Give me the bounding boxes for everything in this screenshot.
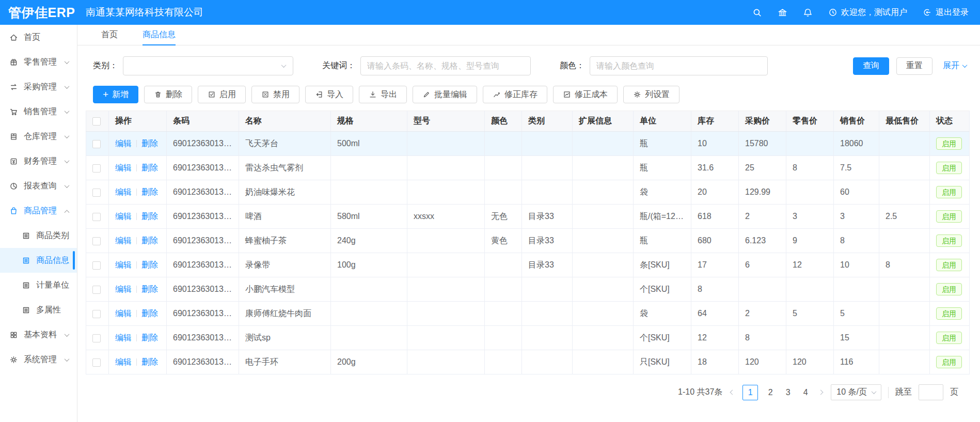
edit-link[interactable]: 编辑 — [115, 163, 132, 172]
cell-barcode: 6901236301331 — [167, 253, 239, 277]
edit-link[interactable]: 编辑 — [115, 285, 132, 293]
row-checkbox[interactable] — [92, 164, 101, 173]
enable-button[interactable]: 启用 — [198, 86, 246, 103]
add-button[interactable]: +新增 — [93, 86, 138, 103]
page-button-3[interactable]: 3 — [783, 388, 793, 397]
delete-link[interactable]: 删除 — [141, 285, 158, 293]
cell-stock: 680 — [691, 229, 739, 253]
row-checkbox[interactable] — [92, 213, 101, 221]
cell-min-price — [879, 326, 930, 350]
edit-link[interactable]: 编辑 — [115, 333, 132, 342]
cell-name: 蜂蜜柚子茶 — [239, 229, 331, 253]
delete-link[interactable]: 删除 — [141, 212, 158, 221]
sidebar-item-sales[interactable]: 销售管理 — [0, 99, 77, 124]
delete-link[interactable]: 删除 — [141, 333, 158, 342]
row-actions-cell: 编辑删除 — [109, 350, 167, 374]
table-row: 编辑删除6901236301340奶油味爆米花袋20129.9960启用 — [86, 180, 970, 205]
edit-link[interactable]: 编辑 — [115, 212, 132, 221]
import-button[interactable]: 导入 — [305, 86, 353, 103]
cell-color — [485, 277, 522, 302]
check-square-icon — [208, 90, 216, 99]
cell-barcode: 6901236301337 — [167, 229, 239, 253]
batch-edit-button[interactable]: 批量编辑 — [413, 86, 477, 103]
tab-home[interactable]: 首页 — [101, 25, 118, 45]
row-checkbox[interactable] — [92, 140, 101, 148]
sidebar-item-multi-attr[interactable]: 多属性 — [0, 298, 77, 322]
delete-link[interactable]: 删除 — [141, 260, 158, 269]
cell-sale-price — [834, 277, 879, 302]
row-checkbox[interactable] — [92, 189, 101, 197]
cell-barcode: 6901236301338 — [167, 205, 239, 229]
pagination-summary: 1-10 共37条 — [678, 387, 722, 398]
search-icon[interactable] — [752, 8, 762, 18]
sidebar-item-product-category[interactable]: 商品类别 — [0, 223, 77, 248]
edit-link[interactable]: 编辑 — [115, 236, 132, 245]
edit-link[interactable]: 编辑 — [115, 187, 132, 196]
expand-link[interactable]: 展开 — [943, 60, 967, 71]
row-checkbox[interactable] — [92, 310, 101, 318]
tab-product-info[interactable]: 商品信息 — [143, 25, 176, 45]
delete-button[interactable]: 删除 — [144, 86, 192, 103]
edit-link[interactable]: 编辑 — [115, 357, 132, 366]
delete-link[interactable]: 删除 — [141, 163, 158, 172]
search-button[interactable]: 查询 — [853, 57, 889, 75]
app-logo: 管伊佳ERP — [0, 4, 78, 21]
x-square-icon — [261, 90, 270, 99]
color-input[interactable] — [590, 56, 768, 75]
cell-model — [407, 326, 485, 350]
sidebar-item-finance[interactable]: 财务管理 — [0, 149, 77, 174]
edit-link[interactable]: 编辑 — [115, 309, 132, 318]
link-separator — [136, 164, 137, 171]
row-checkbox[interactable] — [92, 261, 101, 270]
row-checkbox[interactable] — [92, 334, 101, 342]
edit-link[interactable]: 编辑 — [115, 260, 132, 269]
row-select-cell — [86, 156, 109, 180]
page-size-select[interactable]: 10 条/页 — [831, 384, 881, 400]
reset-button[interactable]: 重置 — [896, 57, 932, 75]
fix-cost-button[interactable]: 修正成本 — [553, 86, 618, 103]
sidebar-item-purchase[interactable]: 采购管理 — [0, 74, 77, 99]
delete-link[interactable]: 删除 — [141, 357, 158, 366]
sidebar-item-product-info[interactable]: 商品信息 — [0, 248, 77, 273]
row-checkbox[interactable] — [92, 286, 101, 294]
sidebar-item-warehouse[interactable]: 仓库管理 — [0, 124, 77, 149]
fix-stock-button[interactable]: 修正库存 — [483, 86, 547, 103]
pagination-divider — [888, 387, 889, 398]
cell-ext — [573, 302, 634, 326]
logout-button[interactable]: 退出登录 — [923, 7, 969, 18]
jump-input[interactable] — [919, 384, 943, 400]
page-button-1[interactable]: 1 — [742, 385, 758, 400]
delete-link[interactable]: 删除 — [141, 309, 158, 318]
category-select[interactable] — [123, 56, 293, 75]
delete-link[interactable]: 删除 — [141, 236, 158, 245]
page-unit: 页 — [950, 387, 958, 398]
row-checkbox[interactable] — [92, 237, 101, 245]
sidebar-item-product[interactable]: 商品管理 — [0, 198, 77, 223]
welcome-user[interactable]: 欢迎您，测试用户 — [828, 7, 907, 18]
row-checkbox[interactable] — [92, 358, 101, 367]
cell-unit: 条[SKU] — [634, 253, 691, 277]
bank-icon[interactable] — [778, 8, 787, 18]
export-button[interactable]: 导出 — [359, 86, 407, 103]
disable-button[interactable]: 禁用 — [251, 86, 299, 103]
sidebar-item-basic-data[interactable]: 基本资料 — [0, 322, 77, 347]
cell-model — [407, 350, 485, 374]
bell-icon[interactable] — [803, 8, 813, 18]
sidebar-item-system[interactable]: 系统管理 — [0, 347, 77, 372]
page-button-4[interactable]: 4 — [800, 388, 811, 397]
cell-category — [522, 277, 573, 302]
prev-page-button[interactable] — [729, 390, 736, 394]
cell-name: 电子手环 — [239, 350, 331, 374]
column-settings-button[interactable]: 列设置 — [623, 86, 679, 103]
page-button-2[interactable]: 2 — [765, 388, 776, 397]
select-all-checkbox[interactable] — [92, 117, 101, 126]
next-page-button[interactable] — [817, 390, 824, 394]
delete-link[interactable]: 删除 — [141, 139, 158, 148]
sidebar-item-report[interactable]: 报表查询 — [0, 174, 77, 198]
edit-link[interactable]: 编辑 — [115, 139, 132, 148]
keyword-input[interactable] — [360, 56, 531, 75]
sidebar-item-home[interactable]: 首页 — [0, 25, 77, 50]
delete-link[interactable]: 删除 — [141, 187, 158, 196]
sidebar-item-unit[interactable]: 计量单位 — [0, 273, 77, 298]
sidebar-item-retail[interactable]: 零售管理 — [0, 50, 77, 74]
